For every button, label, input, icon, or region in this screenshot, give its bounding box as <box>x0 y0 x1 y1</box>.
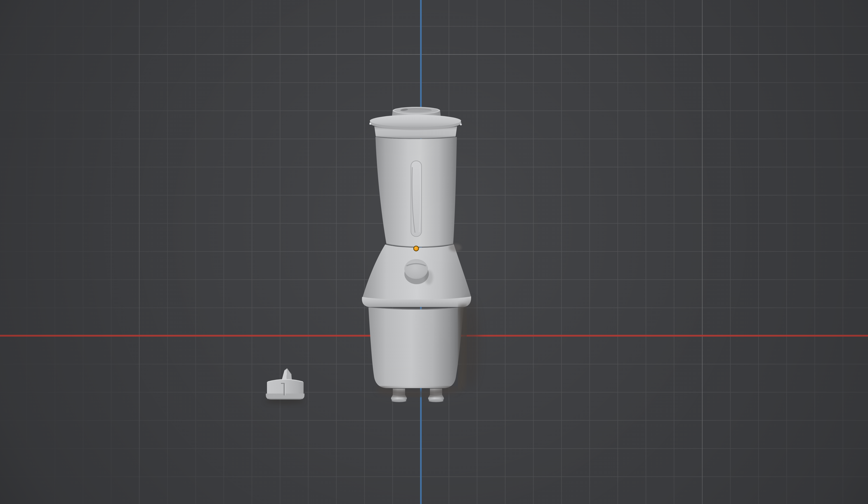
viewport-canvas[interactable] <box>0 0 868 504</box>
vignette-overlay <box>0 0 868 504</box>
viewport[interactable] <box>0 0 868 504</box>
